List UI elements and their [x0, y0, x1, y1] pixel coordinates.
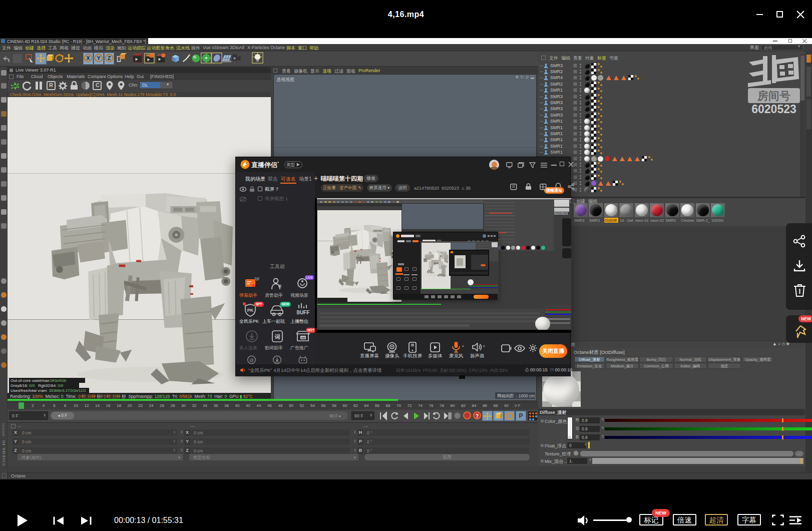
svg-text:X: X: [86, 55, 90, 61]
svg-text:BUFF: BUFF: [297, 310, 309, 315]
svg-text:@: @: [249, 358, 254, 363]
svg-text:Y: Y: [97, 55, 100, 61]
svg-text:AD: AD: [301, 336, 305, 339]
svg-text:词: 词: [275, 334, 280, 340]
svg-text:房间号: 房间号: [757, 90, 790, 102]
svg-text:Z: Z: [108, 55, 111, 61]
svg-text:PK: PK: [247, 308, 254, 313]
svg-text:6020523: 6020523: [751, 103, 796, 114]
